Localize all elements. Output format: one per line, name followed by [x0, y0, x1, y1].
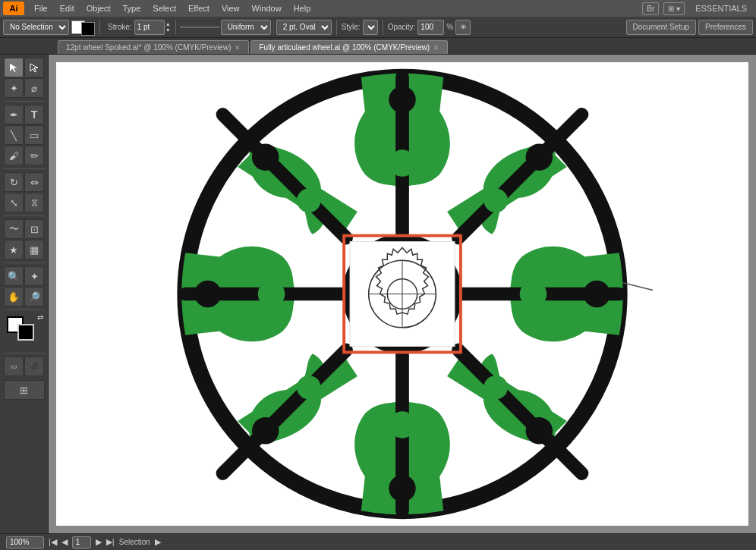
stroke-color-box[interactable] [81, 22, 95, 36]
artboard-tool[interactable]: ⊞ [4, 380, 45, 400]
hand-tool[interactable]: ✋ [4, 287, 24, 306]
shear-tool[interactable]: ⧖ [24, 193, 44, 212]
magic-wand-tool[interactable]: ✦ [4, 78, 24, 98]
tab-2-label: Fully articulaed wheel.ai @ 100% (CMYK/P… [259, 43, 430, 52]
screen-mode-2[interactable]: ⬛ [24, 357, 44, 376]
svg-point-16 [252, 417, 279, 444]
pen-tool[interactable]: ✒ [4, 105, 24, 124]
zoom-tool[interactable]: 🔎 [24, 287, 44, 306]
free-transform-tool[interactable]: ⊡ [24, 219, 44, 239]
menu-effect[interactable]: Effect [183, 2, 215, 14]
style-dropdown[interactable] [363, 20, 378, 35]
rect-tool[interactable]: ▭ [24, 125, 44, 145]
svg-point-17 [526, 417, 553, 444]
stroke-up-arrow[interactable]: ▲ [165, 21, 171, 27]
menu-file[interactable]: File [29, 2, 53, 14]
menu-window[interactable]: Window [247, 2, 287, 14]
status-arrow[interactable]: ▶ [155, 537, 161, 547]
lasso-tool[interactable]: ⌀ [24, 78, 44, 98]
tool-sep-5 [4, 310, 45, 310]
svg-point-14 [252, 143, 279, 170]
measure-tool[interactable]: ✦ [24, 266, 44, 286]
menu-help[interactable]: Help [288, 2, 317, 14]
tab-1[interactable]: 12pt wheel Spoked.ai* @ 100% (CMYK/Previ… [58, 40, 249, 54]
reflect-tool[interactable]: ⇔ [24, 172, 44, 192]
svg-point-24 [297, 376, 321, 400]
type-tool[interactable]: T [24, 105, 44, 124]
swap-colors[interactable]: ⇄ [37, 313, 43, 322]
tab-2-close[interactable]: ✕ [433, 44, 439, 52]
svg-line-1 [222, 115, 346, 238]
svg-point-23 [484, 189, 508, 213]
svg-point-25 [484, 376, 508, 400]
pencil-tool[interactable]: ✏ [24, 146, 44, 165]
stroke-box[interactable] [17, 324, 34, 341]
artboard-button[interactable]: ⊞ [4, 380, 45, 400]
paintbrush-tool[interactable]: 🖌 [4, 146, 24, 165]
zoom-input[interactable] [6, 536, 44, 548]
page-input[interactable] [72, 536, 91, 548]
opacity-label: Opacity: [388, 23, 416, 31]
uniform-dropdown[interactable]: Uniform [221, 20, 271, 35]
nav-prev-prev[interactable]: |◀ [49, 537, 57, 547]
preferences-button[interactable]: Preferences [698, 20, 753, 35]
status-label: Selection [119, 538, 150, 546]
scale-tool[interactable]: ⤡ [4, 193, 24, 212]
canvas-area[interactable] [49, 55, 756, 533]
menu-edit[interactable]: Edit [55, 2, 80, 14]
svg-point-15 [526, 143, 553, 170]
tab-1-close[interactable]: ✕ [235, 44, 241, 52]
tab-2[interactable]: Fully articulaed wheel.ai @ 100% (CMYK/P… [250, 40, 448, 54]
svg-point-13 [583, 281, 610, 307]
tool-row-2: ✦ ⌀ [4, 78, 44, 98]
opacity-input[interactable] [417, 20, 444, 35]
nav-prev[interactable]: ◀ [61, 537, 68, 547]
visibility-button[interactable]: 👁 [455, 20, 471, 35]
wheel-artwork [56, 62, 748, 526]
svg-point-18 [389, 149, 415, 176]
pct-label: % [446, 23, 453, 31]
svg-line-4 [458, 350, 582, 473]
column-graph-tool[interactable]: ▦ [24, 240, 44, 259]
essentials-label: ESSENTIALS [689, 2, 753, 14]
statusbar: |◀ ◀ ▶ ▶| Selection ▶ [0, 533, 756, 550]
eyedropper-tool[interactable]: 🔍 [4, 266, 24, 286]
direct-selection-tool[interactable] [24, 58, 44, 77]
workspace-button[interactable]: ⊞ ▾ [663, 2, 685, 15]
rotate-tool[interactable]: ↻ [4, 172, 24, 192]
selection-tool[interactable] [4, 58, 24, 77]
symbol-tool[interactable]: ★ [4, 240, 24, 259]
svg-point-11 [389, 475, 415, 501]
tool-row-11: ✋ 🔎 [4, 287, 44, 306]
menu-view[interactable]: View [216, 2, 245, 14]
ai-logo: Ai [3, 2, 24, 15]
tool-row-6: ↻ ⇔ [4, 172, 44, 192]
divider-2 [175, 20, 176, 35]
svg-line-3 [222, 350, 346, 473]
tool-sep-6 [4, 353, 45, 354]
tool-row-5: 🖌 ✏ [4, 146, 44, 165]
menu-select[interactable]: Select [147, 2, 181, 14]
line-tool[interactable]: ╲ [4, 125, 24, 145]
warp-tool[interactable]: 〜 [4, 219, 24, 239]
stroke-down-arrow[interactable]: ▼ [165, 27, 171, 33]
main-area: ✦ ⌀ ✒ T ╲ ▭ 🖌 ✏ ↻ ⇔ ⤡ ⧖ 〜 ⊡ ★ [0, 55, 756, 533]
tool-row-7: ⤡ ⧖ [4, 193, 44, 212]
bridge-button[interactable]: Br [642, 2, 659, 15]
tool-row-9: ★ ▦ [4, 240, 44, 259]
tabbar: 12pt wheel Spoked.ai* @ 100% (CMYK/Previ… [0, 38, 756, 55]
stroke-value-input[interactable] [134, 20, 165, 35]
nav-next[interactable]: ▶ [96, 537, 102, 547]
line-preview [181, 26, 219, 28]
oval-dropdown[interactable]: 2 pt. Oval [276, 20, 332, 35]
document-setup-button[interactable]: Document Setup [626, 20, 697, 35]
menu-object[interactable]: Object [81, 2, 116, 14]
tool-sep-3 [4, 215, 45, 216]
selection-dropdown[interactable]: No Selection [3, 20, 69, 35]
menu-type[interactable]: Type [118, 2, 146, 14]
nav-next-next[interactable]: ▶| [106, 537, 115, 547]
screen-mode-1[interactable]: ▭ [4, 357, 24, 376]
svg-line-33 [623, 283, 653, 291]
tool-row-4: ╲ ▭ [4, 125, 44, 145]
divider-4 [336, 20, 337, 35]
